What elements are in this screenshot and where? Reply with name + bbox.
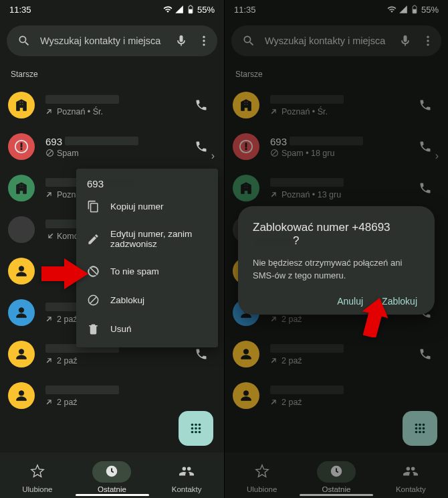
row-text: 2 paź — [45, 385, 189, 407]
avatar[interactable] — [8, 92, 35, 118]
edit-icon — [87, 233, 100, 246]
dialog-message: Nie będziesz otrzymywać połączeń ani SMS… — [253, 257, 420, 282]
avatar[interactable] — [8, 382, 35, 409]
caller-subtext: 2 paź — [45, 398, 189, 407]
avatar[interactable] — [8, 216, 35, 243]
battery-percent: 55% — [197, 5, 215, 15]
avatar-icon — [14, 98, 29, 112]
phone-icon — [195, 140, 208, 153]
call-row[interactable]: 693 Spam› — [0, 126, 224, 167]
phone-icon — [195, 347, 208, 361]
call-button[interactable] — [189, 347, 213, 361]
caller-name: 693 — [45, 136, 189, 147]
row-text: 693 Spam — [45, 136, 189, 158]
mic-icon[interactable] — [175, 34, 188, 48]
avatar[interactable] — [8, 133, 35, 160]
menu-item-edit[interactable]: Edytuj numer, zanim zadzwonisz — [76, 221, 218, 257]
menu-item-copy[interactable]: Kopiuj numer — [76, 192, 218, 221]
avatar[interactable] — [8, 175, 35, 201]
bottom-nav: Ulubione Ostatnie Kontakty — [0, 452, 224, 498]
outgoing-icon — [45, 315, 54, 323]
call-row[interactable]: Poznań • Śr. — [0, 84, 224, 126]
incoming-icon — [45, 232, 54, 240]
context-menu-title: 693 — [87, 178, 104, 189]
status-icons: 55% — [163, 5, 215, 15]
block-icon — [87, 294, 100, 307]
trash-icon — [87, 323, 100, 335]
copy-icon — [87, 200, 100, 213]
phone-screen-right: 11:35 55% Wyszukaj kontakty i miejsca St… — [224, 0, 448, 498]
block-dialog: Zablokować numer +48693? Nie będziesz ot… — [238, 206, 435, 315]
menu-item-label: To nie spam — [110, 266, 159, 276]
menu-item-label: Usuń — [110, 324, 132, 334]
context-menu: 693 Kopiuj numerEdytuj numer, zanim zadz… — [76, 169, 218, 347]
call-button[interactable] — [189, 98, 213, 112]
avatar-icon — [14, 264, 29, 278]
redacted — [45, 95, 119, 104]
avatar[interactable] — [8, 258, 35, 284]
outgoing-icon — [45, 190, 54, 199]
search-icon — [17, 34, 31, 48]
annotation-arrow — [41, 258, 88, 289]
redacted — [65, 137, 138, 145]
caller-name — [45, 385, 189, 396]
clock-icon — [104, 464, 119, 479]
signal-icon — [175, 5, 184, 14]
caller-subtext: Poznań • Śr. — [45, 107, 189, 116]
menu-item-label: Zablokuj — [110, 295, 144, 305]
battery-icon — [186, 5, 195, 14]
avatar-icon — [14, 347, 29, 361]
redacted — [106, 179, 133, 187]
outgoing-icon — [45, 107, 54, 116]
more-icon[interactable] — [197, 34, 211, 48]
notspam-icon — [87, 265, 100, 278]
phone-screen-left: 11:35 55% Wyszukaj kontakty i miejsca St… — [0, 0, 224, 498]
search-placeholder: Wyszukaj kontakty i miejsca — [40, 35, 165, 46]
caller-subtext: Spam — [45, 149, 189, 158]
avatar-icon — [14, 181, 29, 195]
redacted — [255, 237, 290, 246]
clock: 11:35 — [9, 5, 31, 15]
nav-favorites[interactable]: Ulubione — [18, 461, 57, 493]
block-icon — [45, 149, 54, 157]
avatar-icon — [14, 139, 29, 154]
menu-item-notspam[interactable]: To nie spam — [76, 257, 218, 286]
status-bar: 11:35 55% — [0, 0, 224, 19]
caller-subtext: 2 paź — [45, 356, 189, 365]
section-header: Starsze — [0, 60, 224, 84]
dialpad-fab[interactable] — [179, 411, 213, 446]
row-text: Poznań • Śr. — [45, 94, 189, 116]
outgoing-icon — [45, 398, 54, 406]
outgoing-icon — [45, 356, 54, 365]
menu-item-label: Kopiuj numer — [110, 201, 164, 212]
call-row[interactable]: 2 paź — [0, 375, 224, 416]
contacts-icon — [179, 464, 194, 479]
caller-name — [45, 94, 189, 106]
avatar-icon — [14, 388, 29, 403]
call-button[interactable]: › — [189, 140, 213, 153]
star-icon — [30, 464, 45, 479]
avatar[interactable] — [8, 299, 35, 326]
nav-contacts[interactable]: Kontakty — [167, 461, 206, 493]
wifi-icon — [163, 5, 173, 14]
avatar[interactable] — [8, 341, 35, 367]
phone-icon — [195, 98, 208, 112]
gesture-bar — [76, 494, 149, 496]
dialog-title: Zablokować numer +48693? — [253, 221, 420, 248]
avatar-icon — [14, 305, 29, 320]
nav-recents[interactable]: Ostatnie — [92, 461, 131, 493]
redacted — [45, 386, 119, 394]
search-bar[interactable]: Wyszukaj kontakty i miejsca — [7, 25, 217, 56]
menu-item-block[interactable]: Zablokuj — [76, 286, 218, 315]
dialpad-icon — [189, 421, 203, 436]
annotation-arrow — [354, 297, 395, 337]
menu-item-label: Edytuj numer, zanim zadzwonisz — [110, 229, 207, 249]
menu-item-trash[interactable]: Usuń — [76, 315, 218, 343]
